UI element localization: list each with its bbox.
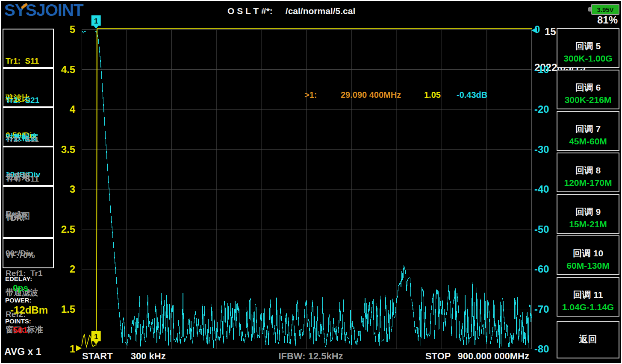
left-axis-tick: 3	[51, 184, 75, 195]
recall-11-button[interactable]: 回调 11 1.04G-1.14G	[557, 277, 619, 317]
recall-5-label: 回调 5	[575, 40, 601, 52]
battery-percent: 81%	[595, 14, 620, 26]
cal-file-path: /cal/normal/5.cal	[286, 6, 355, 16]
trace2-title: Tr2: S21	[6, 94, 51, 106]
marker1-swr-flag-tip	[94, 341, 99, 344]
trace3-box[interactable]: Tr3: S11 史密斯 R+Jx	[3, 107, 54, 147]
battery-icon: 3.95V	[591, 4, 619, 15]
marker-swr-readout: 1.05	[424, 90, 441, 100]
recall-5-button[interactable]: 回调 5 300K-1.00G	[557, 28, 619, 68]
recall-9-label: 回调 9	[575, 206, 601, 218]
trace2-box[interactable]: Tr2: S21 对数幅度 10dB/Div	[3, 68, 54, 107]
points-value[interactable]: 501	[13, 325, 28, 335]
recall-8-label: 回调 8	[575, 164, 601, 176]
battery-voltage: 3.95V	[597, 6, 613, 13]
recall-6-button[interactable]: 回调 6 300K-216M	[557, 70, 619, 109]
start-value: 300 kHz	[131, 351, 166, 362]
recall-8-range: 120M-170M	[564, 178, 612, 188]
left-axis-tick: 5	[51, 24, 75, 35]
trace1-title: Tr1: S11	[6, 55, 51, 67]
stop-label: STOP	[425, 351, 451, 362]
recall-5-range: 300K-1.00G	[563, 53, 612, 64]
recall-10-button[interactable]: 回调 10 60M-130M	[557, 235, 619, 275]
trace4-title: Tr4: S11	[6, 173, 51, 185]
recall-6-label: 回调 6	[575, 82, 601, 94]
left-axis-tick: 1.5	[51, 304, 75, 315]
back-button[interactable]: 返回	[557, 321, 619, 358]
marker-freq-readout: 29.090 400MHz	[341, 90, 401, 100]
measurement-plot[interactable]: 11	[82, 29, 532, 349]
recall-7-range: 45M-60M	[569, 136, 607, 147]
start-frequency: START 300 kHz	[82, 351, 166, 362]
battery-nub-icon	[588, 7, 591, 12]
recall-6-range: 300K-216M	[565, 95, 612, 105]
marker1-s21-number: 1	[94, 17, 98, 25]
points-label: POINTS:	[5, 317, 31, 325]
recall-8-button[interactable]: 回调 8 120M-170M	[557, 153, 619, 192]
left-axis-tick: 4	[51, 104, 75, 115]
stop-value: 900.000 000MHz	[457, 351, 529, 362]
trace3-title: Tr3: S11	[6, 133, 51, 146]
recall-11-label: 回调 11	[573, 289, 603, 301]
tdr-title: TDR:	[6, 212, 51, 224]
recall-10-range: 60M-130M	[566, 261, 609, 271]
back-label: 返回	[579, 333, 597, 345]
left-axis-tick: 4.5	[51, 64, 75, 75]
softkey-menu: 回调 5 300K-1.00G 回调 6 300K-216M 回调 7 45M-…	[557, 28, 619, 360]
marker1-swr-number: 1	[94, 333, 98, 341]
trace1-box[interactable]: Tr1: S11 驻波比 0.50/Div	[3, 29, 54, 68]
left-axis-tick: 2	[51, 264, 75, 275]
cal-status-label: O S L T #*:	[227, 6, 273, 16]
marker-s21-readout: -0.43dB	[457, 90, 487, 100]
left-axis-tick: 2.5	[51, 224, 75, 235]
trace4-box[interactable]: Tr4: S11 相频图 90°/Div	[3, 147, 54, 186]
marker-id-readout: >1:	[304, 90, 317, 100]
recall-9-range: 15M-21M	[569, 219, 607, 229]
ref-box[interactable]: Ref1: Tr1 Ref2:	[3, 238, 54, 268]
vna-screen: SYSJOINT O S L T #*: /cal/normal/5.cal 1…	[0, 0, 622, 364]
edelay-value[interactable]: 0ps	[13, 283, 28, 293]
tdr-box[interactable]: TDR: VF:70% 带通滤波 窗口: 标准	[3, 186, 54, 238]
battery-indicator: 3.95V	[588, 4, 619, 15]
recall-9-button[interactable]: 回调 9 15M-21M	[557, 194, 619, 234]
edelay-label: EDELAY:	[5, 275, 32, 282]
recall-7-button[interactable]: 回调 7 45M-60M	[557, 111, 619, 151]
start-label: START	[82, 351, 113, 362]
ifbw-indicator: IFBW: 12.5kHz	[253, 351, 368, 362]
left-axis-tick: 3.5	[51, 144, 75, 155]
left-axis-tick: 1	[51, 343, 75, 355]
stop-frequency: STOP 900.000 000MHz	[425, 351, 529, 362]
cal-status-bar: O S L T #*: /cal/normal/5.cal	[227, 6, 355, 16]
power-label: POWER:	[5, 296, 32, 304]
recall-7-label: 回调 7	[575, 123, 601, 135]
avg-indicator: AVG x 1	[4, 346, 41, 358]
power-value[interactable]: -12dBm	[10, 304, 48, 316]
recall-11-range: 1.04G-1.14G	[562, 302, 614, 312]
swr-ref-arrow-icon	[76, 345, 82, 351]
marker1-s21-flag-tip	[94, 26, 99, 29]
brand-logo: SYSJOINT	[4, 1, 83, 20]
recall-10-label: 回调 10	[573, 247, 603, 259]
